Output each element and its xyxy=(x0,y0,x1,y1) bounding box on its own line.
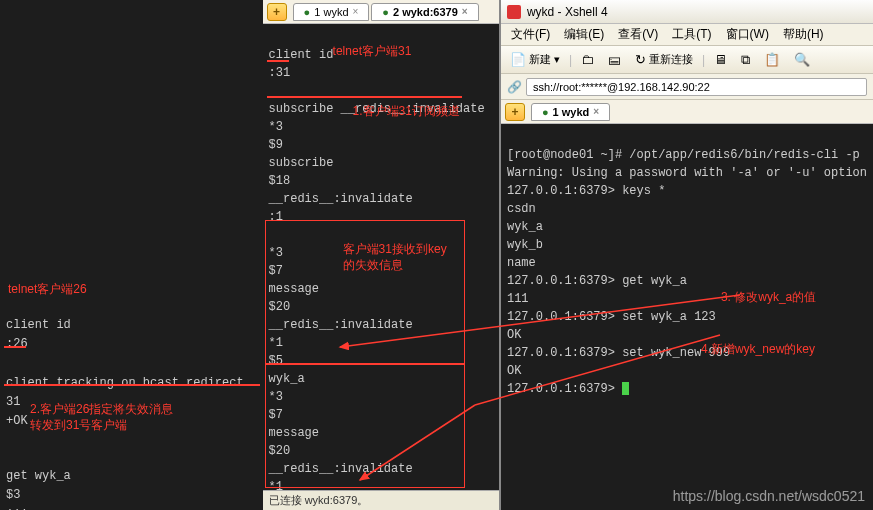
window-title: wykd - Xshell 4 xyxy=(527,5,608,19)
toolbar: 📄新建▾ | 🗀 🖴 ↻重新连接 | 🖥 ⧉ 📋 🔍 xyxy=(501,46,873,74)
menu-edit[interactable]: 编辑(E) xyxy=(558,24,610,45)
address-input[interactable] xyxy=(526,78,867,96)
annotation-step4: 4.新增wyk_new的key xyxy=(701,340,815,358)
toolbar-icon-btn[interactable]: 🗀 xyxy=(576,49,599,70)
term-line: 111 xyxy=(6,506,257,511)
tab-wykd-right[interactable]: ●1 wykd× xyxy=(531,103,610,121)
link-icon: 🔗 xyxy=(507,80,522,94)
tab-wykd-1[interactable]: ●1 wykd× xyxy=(293,3,370,21)
button-label: 重新连接 xyxy=(649,52,693,67)
tab-label: 2 wykd:6379 xyxy=(393,6,458,18)
underline-icon xyxy=(267,96,462,98)
toolbar-icon-btn[interactable]: 🔍 xyxy=(789,49,815,70)
close-icon[interactable]: × xyxy=(462,6,468,17)
menu-help[interactable]: 帮助(H) xyxy=(777,24,830,45)
annotation-step1: 1.客户端31订阅频道 xyxy=(353,102,460,120)
underline-icon xyxy=(4,384,260,386)
term-line: get wyk_a xyxy=(6,467,257,486)
menu-bar: 文件(F) 编辑(E) 查看(V) 工具(T) 窗口(W) 帮助(H) xyxy=(501,24,873,46)
term-line: :26 xyxy=(6,335,257,354)
annotation-recv-b: 的失效信息 xyxy=(343,256,403,274)
close-icon[interactable]: × xyxy=(593,106,599,117)
search-icon: 🔍 xyxy=(794,52,810,67)
toolbar-icon-btn[interactable]: 🖴 xyxy=(603,49,626,70)
title-bar: wykd - Xshell 4 xyxy=(501,0,873,24)
folder-icon: 🗀 xyxy=(581,52,594,67)
toolbar-icon-btn[interactable]: 🖥 xyxy=(709,49,732,70)
monitor-icon: 🖥 xyxy=(714,52,727,67)
button-label: 新建 xyxy=(529,52,551,67)
toolbar-icon-btn[interactable]: ⧉ xyxy=(736,49,755,71)
menu-tools[interactable]: 工具(T) xyxy=(666,24,717,45)
address-bar: 🔗 xyxy=(501,74,873,100)
new-tab-button[interactable]: + xyxy=(267,3,287,21)
menu-file[interactable]: 文件(F) xyxy=(505,24,556,45)
toolbar-icon-btn[interactable]: 📋 xyxy=(759,49,785,70)
terminal-pane-left: telnet客户端26 client id :26 client trackin… xyxy=(0,0,263,510)
new-button[interactable]: 📄新建▾ xyxy=(505,49,565,70)
new-tab-button[interactable]: + xyxy=(505,103,525,121)
tab-label: 1 wykd xyxy=(314,6,348,18)
tab-wykd-6379[interactable]: ●2 wykd:6379× xyxy=(371,3,478,21)
close-icon[interactable]: × xyxy=(353,6,359,17)
dropdown-icon: ▾ xyxy=(554,53,560,66)
paste-icon: 📋 xyxy=(764,52,780,67)
term-line: client id xyxy=(6,316,257,335)
annotation-telnet26: telnet客户端26 xyxy=(8,280,87,299)
status-bar-middle: 已连接 wykd:6379。 xyxy=(263,490,499,510)
watermark: https://blog.csdn.net/wsdc0521 xyxy=(673,488,865,504)
terminal-pane-middle: + ●1 wykd× ●2 wykd:6379× client id :31 s… xyxy=(263,0,501,510)
annotation-step2b: 转发到31号客户端 xyxy=(30,416,127,435)
underline-icon xyxy=(4,346,26,348)
tab-bar-right: + ●1 wykd× xyxy=(501,100,873,124)
menu-view[interactable]: 查看(V) xyxy=(612,24,664,45)
reconnect-button[interactable]: ↻重新连接 xyxy=(630,49,698,70)
tab-label: 1 wykd xyxy=(553,106,590,118)
term-line: $3 xyxy=(6,486,257,505)
disk-icon: 🖴 xyxy=(608,52,621,67)
document-icon: 📄 xyxy=(510,52,526,67)
annotation-step3: 3. 修改wyk_a的值 xyxy=(721,288,816,306)
copy-icon: ⧉ xyxy=(741,52,750,68)
terminal-right[interactable]: [root@node01 ~]# /opt/app/redis6/bin/red… xyxy=(501,124,873,510)
terminal-middle[interactable]: client id :31 subscribe __redis__:invali… xyxy=(263,24,499,490)
xshell-window: wykd - Xshell 4 文件(F) 编辑(E) 查看(V) 工具(T) … xyxy=(501,0,873,510)
cursor-icon xyxy=(622,382,629,395)
underline-icon xyxy=(267,60,289,62)
menu-window[interactable]: 窗口(W) xyxy=(720,24,775,45)
tab-bar-middle: + ●1 wykd× ●2 wykd:6379× xyxy=(263,0,499,24)
annotation-telnet31: telnet客户端31 xyxy=(333,42,412,60)
app-icon xyxy=(507,5,521,19)
refresh-icon: ↻ xyxy=(635,52,646,67)
